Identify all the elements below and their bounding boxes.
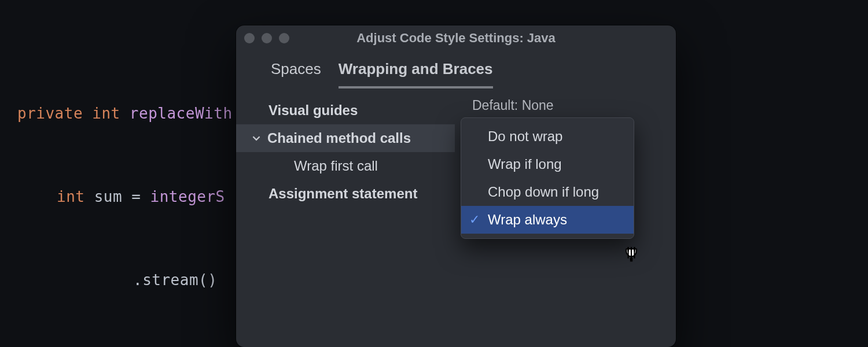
dialog-tabs: Spaces Wrapping and Braces xyxy=(236,51,676,88)
window-close-button[interactable] xyxy=(244,33,255,43)
settings-value-column: Default: None Do not wrap Wrap if long C… xyxy=(455,97,676,208)
dialog-titlebar[interactable]: Adjust Code Style Settings: Java xyxy=(236,25,676,51)
tree-item-label: Visual guides xyxy=(269,102,358,119)
chevron-down-icon xyxy=(251,133,262,143)
code-style-dialog: Adjust Code Style Settings: Java Spaces … xyxy=(236,25,676,347)
default-value-label: Default: None xyxy=(472,98,676,119)
dropdown-option-label: Wrap always xyxy=(488,212,567,228)
dropdown-option-label: Wrap if long xyxy=(488,156,562,172)
settings-tree: Visual guides Chained method calls Wrap … xyxy=(236,97,455,208)
dropdown-option-chop-down-if-long[interactable]: Chop down if long xyxy=(461,178,634,206)
tab-spaces[interactable]: Spaces xyxy=(271,60,321,88)
window-controls xyxy=(244,33,289,43)
tree-item-wrap-first-call[interactable]: Wrap first call xyxy=(236,152,455,180)
dropdown-option-label: Chop down if long xyxy=(488,184,599,200)
tree-item-label: Chained method calls xyxy=(267,130,411,146)
tree-item-assignment-statement[interactable]: Assignment statement xyxy=(236,180,455,208)
window-minimize-button[interactable] xyxy=(262,33,272,43)
tree-item-label: Wrap first call xyxy=(294,158,378,174)
window-zoom-button[interactable] xyxy=(279,33,289,43)
checkmark-icon: ✓ xyxy=(469,212,480,227)
tab-wrapping-and-braces[interactable]: Wrapping and Braces xyxy=(339,60,493,88)
dropdown-option-do-not-wrap[interactable]: Do not wrap xyxy=(461,123,634,150)
tree-item-label: Assignment statement xyxy=(269,186,417,202)
dropdown-option-wrap-always[interactable]: ✓ Wrap always xyxy=(461,206,634,234)
wrap-mode-dropdown: Do not wrap Wrap if long Chop down if lo… xyxy=(461,117,634,239)
dialog-title: Adjust Code Style Settings: Java xyxy=(236,31,676,46)
dropdown-option-label: Do not wrap xyxy=(488,128,562,145)
tree-item-visual-guides[interactable]: Visual guides xyxy=(236,97,455,124)
tree-item-chained-method-calls[interactable]: Chained method calls xyxy=(236,124,455,152)
dropdown-option-wrap-if-long[interactable]: Wrap if long xyxy=(461,150,634,178)
